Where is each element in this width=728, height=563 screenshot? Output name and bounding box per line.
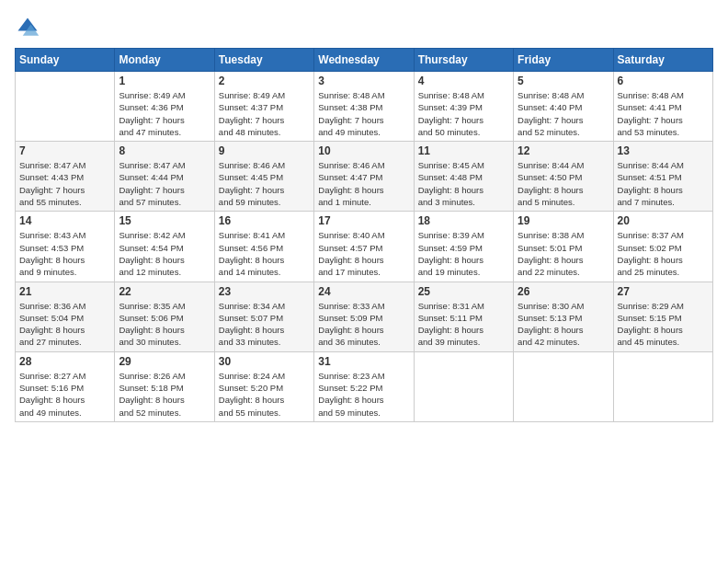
day-info: Sunrise: 8:44 AM Sunset: 4:51 PM Dayligh… (618, 159, 709, 208)
day-number: 16 (219, 214, 310, 227)
calendar-cell (16, 72, 115, 142)
day-info: Sunrise: 8:47 AM Sunset: 4:43 PM Dayligh… (19, 159, 110, 208)
day-info: Sunrise: 8:44 AM Sunset: 4:50 PM Dayligh… (518, 159, 609, 208)
logo (15, 15, 42, 40)
day-number: 4 (418, 75, 509, 87)
day-number: 6 (618, 75, 709, 87)
day-number: 20 (618, 214, 709, 227)
calendar-cell: 23Sunrise: 8:34 AM Sunset: 5:07 PM Dayli… (214, 282, 313, 351)
calendar-week-row: 1Sunrise: 8:49 AM Sunset: 4:36 PM Daylig… (16, 72, 713, 142)
page-header (15, 15, 713, 40)
day-info: Sunrise: 8:29 AM Sunset: 5:15 PM Dayligh… (618, 300, 709, 349)
calendar-cell: 9Sunrise: 8:46 AM Sunset: 4:45 PM Daylig… (214, 142, 313, 212)
calendar-cell: 14Sunrise: 8:43 AM Sunset: 4:53 PM Dayli… (16, 212, 115, 282)
weekday-header-monday: Monday (115, 49, 214, 72)
day-info: Sunrise: 8:23 AM Sunset: 5:22 PM Dayligh… (318, 370, 409, 419)
weekday-header-sunday: Sunday (16, 49, 115, 72)
calendar-week-row: 14Sunrise: 8:43 AM Sunset: 4:53 PM Dayli… (16, 212, 713, 282)
calendar-cell: 11Sunrise: 8:45 AM Sunset: 4:48 PM Dayli… (414, 142, 513, 212)
day-number: 26 (518, 285, 609, 298)
calendar-cell: 2Sunrise: 8:49 AM Sunset: 4:37 PM Daylig… (214, 72, 313, 142)
calendar-cell: 10Sunrise: 8:46 AM Sunset: 4:47 PM Dayli… (314, 142, 414, 212)
day-number: 5 (518, 75, 609, 87)
day-info: Sunrise: 8:49 AM Sunset: 4:37 PM Dayligh… (219, 89, 310, 138)
day-number: 1 (119, 75, 210, 87)
calendar-cell: 21Sunrise: 8:36 AM Sunset: 5:04 PM Dayli… (16, 282, 115, 351)
weekday-header-tuesday: Tuesday (214, 49, 313, 72)
day-number: 15 (119, 214, 210, 227)
day-number: 24 (318, 285, 409, 298)
day-number: 21 (19, 285, 110, 298)
calendar-cell: 15Sunrise: 8:42 AM Sunset: 4:54 PM Dayli… (115, 212, 214, 282)
calendar-header-row: SundayMondayTuesdayWednesdayThursdayFrid… (16, 49, 713, 72)
calendar-cell: 18Sunrise: 8:39 AM Sunset: 4:59 PM Dayli… (414, 212, 513, 282)
weekday-header-friday: Friday (514, 49, 613, 72)
calendar-cell (414, 351, 513, 421)
day-number: 28 (19, 355, 110, 368)
day-number: 3 (318, 75, 409, 87)
day-info: Sunrise: 8:48 AM Sunset: 4:39 PM Dayligh… (418, 89, 509, 138)
day-number: 12 (518, 144, 609, 157)
day-number: 13 (618, 144, 709, 157)
day-info: Sunrise: 8:30 AM Sunset: 5:13 PM Dayligh… (518, 300, 609, 349)
calendar-week-row: 21Sunrise: 8:36 AM Sunset: 5:04 PM Dayli… (16, 282, 713, 351)
day-number: 19 (518, 214, 609, 227)
day-info: Sunrise: 8:26 AM Sunset: 5:18 PM Dayligh… (119, 370, 210, 419)
day-info: Sunrise: 8:34 AM Sunset: 5:07 PM Dayligh… (219, 300, 310, 349)
calendar-cell: 24Sunrise: 8:33 AM Sunset: 5:09 PM Dayli… (314, 282, 414, 351)
day-number: 27 (618, 285, 709, 298)
calendar-cell: 30Sunrise: 8:24 AM Sunset: 5:20 PM Dayli… (214, 351, 313, 421)
day-info: Sunrise: 8:40 AM Sunset: 4:57 PM Dayligh… (318, 229, 409, 278)
calendar-cell: 3Sunrise: 8:48 AM Sunset: 4:38 PM Daylig… (314, 72, 414, 142)
calendar-cell: 4Sunrise: 8:48 AM Sunset: 4:39 PM Daylig… (414, 72, 513, 142)
day-number: 30 (219, 355, 310, 368)
weekday-header-saturday: Saturday (613, 49, 712, 72)
day-info: Sunrise: 8:43 AM Sunset: 4:53 PM Dayligh… (19, 229, 110, 278)
day-info: Sunrise: 8:45 AM Sunset: 4:48 PM Dayligh… (418, 159, 509, 208)
day-info: Sunrise: 8:47 AM Sunset: 4:44 PM Dayligh… (119, 159, 210, 208)
calendar-cell: 25Sunrise: 8:31 AM Sunset: 5:11 PM Dayli… (414, 282, 513, 351)
day-info: Sunrise: 8:48 AM Sunset: 4:38 PM Dayligh… (318, 89, 409, 138)
day-number: 18 (418, 214, 509, 227)
calendar-cell: 19Sunrise: 8:38 AM Sunset: 5:01 PM Dayli… (514, 212, 613, 282)
calendar-cell: 26Sunrise: 8:30 AM Sunset: 5:13 PM Dayli… (514, 282, 613, 351)
calendar-week-row: 7Sunrise: 8:47 AM Sunset: 4:43 PM Daylig… (16, 142, 713, 212)
calendar-cell: 17Sunrise: 8:40 AM Sunset: 4:57 PM Dayli… (314, 212, 414, 282)
weekday-header-thursday: Thursday (414, 49, 513, 72)
day-number: 22 (119, 285, 210, 298)
calendar-cell: 8Sunrise: 8:47 AM Sunset: 4:44 PM Daylig… (115, 142, 214, 212)
calendar-cell: 31Sunrise: 8:23 AM Sunset: 5:22 PM Dayli… (314, 351, 414, 421)
calendar-cell: 28Sunrise: 8:27 AM Sunset: 5:16 PM Dayli… (16, 351, 115, 421)
day-info: Sunrise: 8:37 AM Sunset: 5:02 PM Dayligh… (618, 229, 709, 278)
calendar-cell: 27Sunrise: 8:29 AM Sunset: 5:15 PM Dayli… (613, 282, 712, 351)
day-info: Sunrise: 8:38 AM Sunset: 5:01 PM Dayligh… (518, 229, 609, 278)
day-number: 23 (219, 285, 310, 298)
day-info: Sunrise: 8:48 AM Sunset: 4:41 PM Dayligh… (618, 89, 709, 138)
day-number: 11 (418, 144, 509, 157)
calendar-cell: 5Sunrise: 8:48 AM Sunset: 4:40 PM Daylig… (514, 72, 613, 142)
calendar-cell: 22Sunrise: 8:35 AM Sunset: 5:06 PM Dayli… (115, 282, 214, 351)
day-number: 14 (19, 214, 110, 227)
day-info: Sunrise: 8:46 AM Sunset: 4:47 PM Dayligh… (318, 159, 409, 208)
day-number: 8 (119, 144, 210, 157)
calendar-cell: 6Sunrise: 8:48 AM Sunset: 4:41 PM Daylig… (613, 72, 712, 142)
day-info: Sunrise: 8:35 AM Sunset: 5:06 PM Dayligh… (119, 300, 210, 349)
calendar-cell (514, 351, 613, 421)
calendar-cell (613, 351, 712, 421)
day-info: Sunrise: 8:31 AM Sunset: 5:11 PM Dayligh… (418, 300, 509, 349)
day-number: 9 (219, 144, 310, 157)
day-number: 2 (219, 75, 310, 87)
calendar-cell: 16Sunrise: 8:41 AM Sunset: 4:56 PM Dayli… (214, 212, 313, 282)
day-number: 10 (318, 144, 409, 157)
day-number: 17 (318, 214, 409, 227)
calendar-cell: 1Sunrise: 8:49 AM Sunset: 4:36 PM Daylig… (115, 72, 214, 142)
day-number: 7 (19, 144, 110, 157)
day-number: 29 (119, 355, 210, 368)
logo-icon (15, 15, 40, 40)
calendar-cell: 29Sunrise: 8:26 AM Sunset: 5:18 PM Dayli… (115, 351, 214, 421)
day-info: Sunrise: 8:42 AM Sunset: 4:54 PM Dayligh… (119, 229, 210, 278)
calendar-cell: 7Sunrise: 8:47 AM Sunset: 4:43 PM Daylig… (16, 142, 115, 212)
day-info: Sunrise: 8:49 AM Sunset: 4:36 PM Dayligh… (119, 89, 210, 138)
weekday-header-wednesday: Wednesday (314, 49, 414, 72)
calendar-week-row: 28Sunrise: 8:27 AM Sunset: 5:16 PM Dayli… (16, 351, 713, 421)
